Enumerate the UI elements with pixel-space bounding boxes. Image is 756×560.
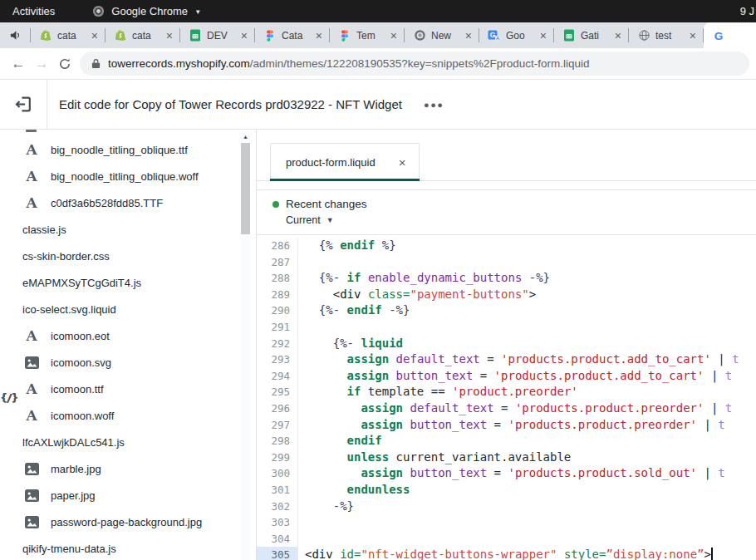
tab-close-icon[interactable]: ×: [240, 30, 248, 42]
file-item-big_noodle_titling_oblique.woff[interactable]: Abig_noodle_titling_oblique.woff: [0, 163, 256, 189]
file-item-paper.jpg[interactable]: paper.jpg: [0, 482, 256, 508]
file-item-cs-skin-border.css[interactable]: {/}cs-skin-border.css: [0, 243, 256, 269]
file-item-marble.jpg[interactable]: marble.jpg: [0, 455, 256, 482]
sheets-favicon-icon: [562, 29, 576, 42]
tab-title: test: [655, 30, 684, 42]
file-item-icomoon.eot[interactable]: Aicomoon.eot: [0, 322, 256, 349]
tab-close-icon[interactable]: ×: [539, 30, 547, 42]
browser-tab-cata[interactable]: cata×: [31, 22, 105, 48]
browser-tab-New[interactable]: New×: [405, 22, 479, 48]
svg-text:G: G: [714, 30, 724, 42]
sidebar-scrollbar[interactable]: ▲: [241, 131, 250, 560]
code-text[interactable]: -%}: [298, 499, 756, 515]
tab-close-icon[interactable]: ×: [165, 30, 174, 42]
back-button[interactable]: ←: [7, 56, 30, 72]
line-number: 287: [257, 254, 298, 271]
tab-audio-button[interactable]: [0, 22, 30, 48]
code-text[interactable]: [298, 254, 756, 271]
file-item-icomoon.woff[interactable]: Aicomoon.woff: [0, 402, 256, 429]
code-text[interactable]: {% endif %}: [298, 238, 756, 254]
tab-close-icon[interactable]: ×: [91, 30, 99, 42]
code-text[interactable]: unless current_variant.available: [298, 449, 756, 466]
file-item-icomoon.svg[interactable]: icomoon.svg: [0, 349, 256, 376]
code-text[interactable]: [298, 531, 756, 548]
line-number: 304: [257, 531, 298, 548]
browser-tab-cata[interactable]: cata×: [106, 22, 179, 48]
code-area[interactable]: 286 {% endif %}287288 {%- if enable_dyna…: [257, 235, 756, 560]
code-text[interactable]: [298, 514, 756, 531]
file-item-eMAPMXSyTCgGdiT4.js[interactable]: {/}eMAPMXSyTCgGdiT4.js: [0, 269, 256, 296]
browser-tab-test[interactable]: test×: [629, 22, 703, 48]
code-text[interactable]: <div id="nft-widget-buttons-wrapper" sty…: [298, 547, 756, 560]
chrome-logo-icon: [92, 5, 105, 17]
reload-button[interactable]: [53, 56, 76, 72]
code-text[interactable]: endif: [298, 433, 756, 449]
figma-favicon-icon: [338, 29, 351, 42]
code-text[interactable]: assign default_text = 'products.product.…: [298, 351, 756, 368]
code-text[interactable]: if template == 'product.preorder': [298, 384, 756, 400]
code-line-305: 305<div id="nft-widget-buttons-wrapper" …: [257, 547, 756, 560]
code-text[interactable]: {%- endif -%}: [298, 302, 756, 319]
scrollbar-thumb[interactable]: [241, 143, 250, 234]
line-number: 302: [257, 499, 298, 515]
google-favicon-icon: G: [712, 29, 725, 42]
more-options-button[interactable]: ●●●: [424, 100, 444, 110]
recent-changes-label: Recent changes: [286, 198, 367, 210]
browser-tab-Cata[interactable]: Cata×: [255, 22, 329, 48]
browser-tab-google[interactable]: G×: [704, 22, 756, 48]
editor-tab-close-icon[interactable]: ×: [399, 156, 406, 169]
browser-tab-Gati[interactable]: Gati×: [554, 22, 628, 48]
file-item-lfcAXLwjkDALc541.js[interactable]: {/}lfcAXLwjkDALc541.js: [0, 429, 256, 455]
tab-close-icon[interactable]: ×: [315, 30, 323, 42]
globe-favicon-icon: [637, 29, 650, 42]
tab-close-icon[interactable]: ×: [464, 30, 473, 42]
file-item-ico-select.svg.liquid[interactable]: {/}ico-select.svg.liquid: [0, 296, 256, 322]
file-item-classie.js[interactable]: {/}classie.js: [0, 216, 256, 243]
editor-tab-bar: product-form.liquid ×: [257, 130, 756, 181]
code-text[interactable]: [298, 319, 756, 336]
tab-close-icon[interactable]: ×: [689, 30, 697, 42]
address-bar[interactable]: towerrecords.myshopify.com/admin/themes/…: [80, 52, 749, 76]
code-line-303: 303: [257, 514, 756, 531]
tab-title: Goo: [506, 30, 534, 42]
browser-tab-DEV[interactable]: DEV×: [180, 22, 254, 48]
code-line-286: 286 {% endif %}: [257, 238, 756, 254]
file-list: Abig_noodle_titling_oblique.ttfAbig_nood…: [0, 130, 256, 560]
tab-close-icon[interactable]: ×: [390, 30, 398, 42]
image-file-icon: [22, 356, 41, 369]
line-number: 289: [257, 287, 298, 303]
file-item-icomoon.ttf[interactable]: Aicomoon.ttf: [0, 376, 256, 402]
font-file-icon: A: [22, 196, 41, 210]
line-number: 292: [257, 336, 298, 352]
editor-tab-label: product-form.liquid: [286, 156, 376, 169]
code-text[interactable]: {%- liquid: [298, 336, 756, 352]
app-menu-button[interactable]: Google Chrome ▾: [92, 5, 199, 17]
code-text[interactable]: assign button_text = 'products.product.s…: [298, 465, 756, 482]
scroll-up-arrow-icon[interactable]: ▲: [241, 131, 250, 141]
lock-icon[interactable]: [91, 58, 101, 69]
tab-close-icon[interactable]: ×: [614, 30, 622, 42]
forward-button[interactable]: →: [30, 56, 53, 72]
code-text[interactable]: assign default_text = 'products.product.…: [298, 400, 756, 417]
browser-toolbar: ← → towerrecords.myshopify.com/admin/the…: [0, 48, 756, 80]
sheets-favicon-icon: [189, 29, 202, 42]
code-line-304: 304: [257, 531, 756, 548]
code-text[interactable]: {%- if enable_dynamic_buttons -%}: [298, 270, 756, 287]
file-item-password-page-background.jpg[interactable]: password-page-background.jpg: [0, 508, 256, 535]
speaker-icon: [9, 29, 22, 42]
file-item-qikify-tmenu-data.js[interactable]: {/}qikify-tmenu-data.js: [0, 535, 256, 560]
browser-tab-Tem[interactable]: Tem×: [330, 22, 404, 48]
activities-button[interactable]: Activities: [0, 5, 67, 17]
editor-tab-product-form[interactable]: product-form.liquid ×: [270, 143, 420, 181]
browser-tab-Goo[interactable]: GAGoo×: [479, 22, 553, 48]
code-text[interactable]: assign button_text = 'products.product.p…: [298, 417, 756, 434]
code-text[interactable]: assign button_text = 'products.product.a…: [298, 368, 756, 385]
file-item-c0df3a6b528fdd85.TTF[interactable]: Ac0df3a6b528fdd85.TTF: [0, 189, 256, 216]
exit-code-editor-button[interactable]: [0, 80, 47, 129]
file-item-big_noodle_titling_oblique.ttf[interactable]: Abig_noodle_titling_oblique.ttf: [0, 136, 256, 163]
browser-tab-strip: cata×cata×DEV×Cata×Tem×New×GAGoo×Gati×te…: [0, 22, 756, 48]
file-name: icomoon.svg: [51, 356, 111, 369]
version-dropdown[interactable]: Current ▼: [286, 214, 756, 226]
code-text[interactable]: endunless: [298, 482, 756, 499]
code-text[interactable]: <div class="payment-buttons">: [298, 287, 756, 303]
